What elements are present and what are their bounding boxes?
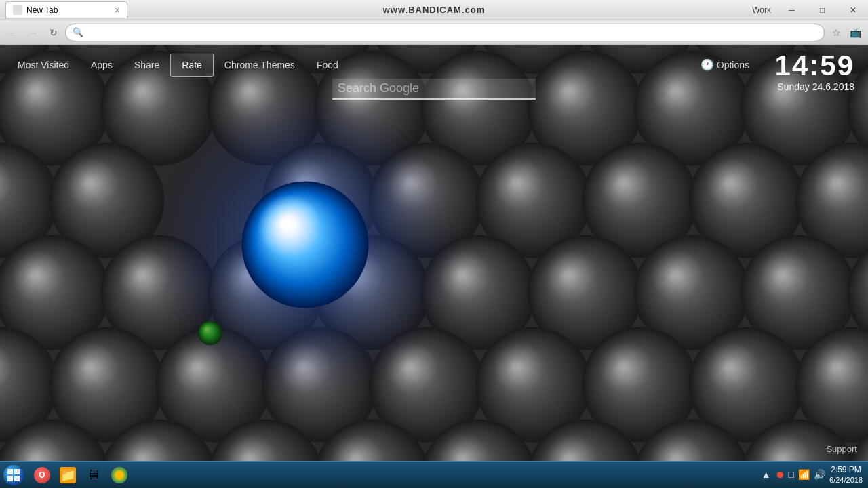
nav-most-visited[interactable]: Most Visited xyxy=(7,54,80,76)
bookmark-button[interactable]: ☆ xyxy=(827,24,845,41)
newtab-overlay: Most Visited Apps Share Rate Chrome Them… xyxy=(0,45,868,461)
explorer-icon: 🖥 xyxy=(85,467,102,483)
folder-icon: 📁 xyxy=(60,467,76,483)
clock-date: Sunday 24.6.2018 xyxy=(775,81,854,92)
browser-toolbar: ← → ↻ 🔍 ☆ 📺 xyxy=(0,20,868,45)
clock-area: 14:59 Sunday 24.6.2018 xyxy=(775,52,854,92)
nav-links: Most Visited Apps Share Rate Chrome Them… xyxy=(0,45,356,85)
minimize-button[interactable]: ─ xyxy=(776,0,807,20)
tray-arrow[interactable]: ▲ xyxy=(762,469,771,480)
back-button[interactable]: ← xyxy=(4,24,22,41)
forward-button[interactable]: → xyxy=(24,24,42,41)
tray-record: ⏺ xyxy=(775,469,785,480)
tray-icon1: □ xyxy=(789,469,794,480)
tab-favicon xyxy=(13,5,22,15)
titlebar-left: New Tab × xyxy=(0,1,127,18)
bandicam-watermark: www.BANDICAM.com xyxy=(383,5,486,15)
options-link[interactable]: 🕐 Options xyxy=(701,58,749,71)
taskbar-explorer[interactable]: 🖥 xyxy=(81,464,106,487)
nav-chrome-themes[interactable]: Chrome Themes xyxy=(214,54,306,76)
window-controls: Work ─ □ ✕ xyxy=(747,0,868,20)
nav-apps[interactable]: Apps xyxy=(80,54,123,76)
toolbar-right: ☆ 📺 xyxy=(827,24,864,41)
clock-time: 14:59 xyxy=(775,52,854,80)
search-container xyxy=(332,79,536,100)
main-content: Most Visited Apps Share Rate Chrome Them… xyxy=(0,45,868,461)
opera-icon: O xyxy=(34,467,50,483)
reload-button[interactable]: ↻ xyxy=(45,24,62,41)
search-input[interactable] xyxy=(338,81,530,96)
tab-close-button[interactable]: × xyxy=(115,5,120,16)
cast-button[interactable]: 📺 xyxy=(846,24,864,41)
taskbar-time-text: 2:59 PM xyxy=(829,465,863,476)
options-label: Options xyxy=(717,60,749,70)
taskbar-date-text: 6/24/2018 xyxy=(829,475,863,485)
start-button[interactable] xyxy=(0,462,27,489)
taskbar-apps: O 📁 🖥 xyxy=(27,462,756,488)
tray-volume[interactable]: 🔊 xyxy=(814,469,825,480)
taskbar-clock[interactable]: 2:59 PM 6/24/2018 xyxy=(829,465,863,485)
taskbar-tray: ▲ ⏺ □ 📶 🔊 2:59 PM 6/24/2018 xyxy=(756,465,868,485)
chrome-icon xyxy=(111,467,127,483)
maximize-button[interactable]: □ xyxy=(807,0,837,20)
titlebar: New Tab × www.BANDICAM.com Work ─ □ ✕ xyxy=(0,0,868,20)
taskbar: O 📁 🖥 ▲ ⏺ □ 📶 🔊 2:59 PM 6/24/2018 xyxy=(0,461,868,488)
nav-food[interactable]: Food xyxy=(306,54,349,76)
nav-share[interactable]: Share xyxy=(123,54,170,76)
taskbar-chrome[interactable] xyxy=(107,464,132,487)
tab-title: New Tab xyxy=(26,5,58,15)
address-bar[interactable]: 🔍 xyxy=(65,24,825,41)
taskbar-folder[interactable]: 📁 xyxy=(56,464,80,487)
work-label: Work xyxy=(747,0,776,20)
support-link[interactable]: Support xyxy=(826,444,857,454)
nav-rate[interactable]: Rate xyxy=(170,54,214,77)
browser-tab[interactable]: New Tab × xyxy=(5,1,127,18)
close-button[interactable]: ✕ xyxy=(837,0,868,20)
tray-network: 📶 xyxy=(798,469,810,480)
search-input-wrapper[interactable] xyxy=(332,79,536,100)
start-orb xyxy=(3,465,24,485)
taskbar-opera[interactable]: O xyxy=(30,464,54,487)
